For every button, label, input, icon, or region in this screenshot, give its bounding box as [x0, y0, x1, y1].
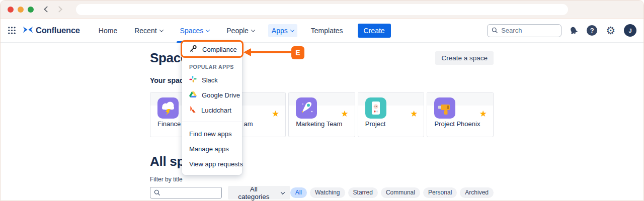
address-bar[interactable] [76, 4, 568, 15]
nav-home[interactable]: Home [90, 19, 126, 43]
close-window-button[interactable] [8, 7, 14, 13]
apps-dropdown-menu: Compliance POPULAR APPS Slack Google Dri… [182, 42, 242, 175]
space-card-label: Project [365, 120, 385, 128]
maximize-window-button[interactable] [28, 7, 34, 13]
user-avatar[interactable]: J [624, 24, 636, 37]
storm-cloud-icon [157, 97, 179, 119]
minimize-window-button[interactable] [18, 7, 24, 13]
confluence-logo-icon [23, 25, 33, 36]
chip-personal[interactable]: Personal [423, 187, 457, 198]
browser-chrome [1, 1, 643, 19]
nav-templates[interactable]: Templates [302, 19, 352, 43]
menu-item-slack[interactable]: Slack [182, 72, 242, 87]
star-icon[interactable]: ★ [341, 110, 349, 118]
settings-gear-icon[interactable]: ⚙ [606, 25, 615, 36]
star-icon[interactable]: ★ [479, 110, 487, 118]
navbar-actions: ? ⚙ J [569, 24, 636, 37]
primary-nav: Home Recent Spaces People Apps Templates [90, 19, 352, 43]
menu-item-compliance[interactable]: Compliance [182, 42, 242, 57]
rocket-icon [296, 97, 317, 119]
categories-dropdown[interactable]: All categories [228, 186, 290, 199]
create-button[interactable]: Create [358, 24, 391, 38]
menu-item-lucidchart[interactable]: Lucidchart [182, 103, 242, 118]
app-switcher-icon[interactable] [8, 26, 16, 35]
menu-item-google-drive[interactable]: Google Drive [182, 87, 242, 103]
annotation-arrow-line [251, 51, 291, 53]
space-card-label: Marketing Team [296, 120, 342, 128]
search-icon [492, 27, 498, 34]
chevron-down-icon [251, 28, 255, 32]
chip-all[interactable]: All [290, 187, 307, 198]
space-card-label: Project Phoenix [434, 120, 480, 128]
nav-spaces[interactable]: Spaces [172, 19, 218, 43]
brand-wordmark: Confluence [36, 26, 80, 35]
annotation-badge: E [291, 46, 304, 59]
phone-face-icon [365, 97, 386, 119]
menu-divider [182, 122, 242, 122]
help-icon[interactable]: ? [587, 25, 597, 36]
star-icon[interactable]: ★ [272, 110, 279, 118]
search-placeholder: Search [501, 27, 522, 34]
chip-archived[interactable]: Archived [460, 187, 494, 198]
notifications-bell-icon[interactable] [568, 25, 579, 36]
menu-item-find-new-apps[interactable]: Find new apps [182, 126, 242, 141]
space-card-project-phoenix[interactable]: ★ Project Phoenix [427, 92, 494, 137]
chevron-down-icon [206, 28, 210, 32]
space-card-label: am [244, 120, 253, 128]
menu-item-manage-apps[interactable]: Manage apps [182, 141, 242, 156]
space-card-project[interactable]: ★ Project [358, 92, 425, 137]
browser-forward-icon[interactable] [56, 6, 62, 13]
filter-title-input[interactable] [150, 187, 222, 198]
chip-communal[interactable]: Communal [381, 187, 420, 198]
chip-starred[interactable]: Starred [348, 187, 378, 198]
chip-watching[interactable]: Watching [310, 187, 345, 198]
nav-apps[interactable]: Apps [263, 19, 302, 43]
search-icon [154, 189, 160, 196]
slack-icon [189, 75, 197, 84]
create-space-button[interactable]: Create a space [435, 51, 494, 65]
nav-recent[interactable]: Recent [126, 19, 171, 43]
chevron-down-icon [281, 190, 285, 194]
search-input[interactable]: Search [487, 24, 561, 37]
top-navbar: Confluence Home Recent Spaces People App… [1, 19, 643, 43]
chevron-down-icon [159, 28, 163, 32]
browser-back-icon[interactable] [44, 6, 50, 13]
menu-item-view-app-requests[interactable]: View app requests [182, 156, 242, 171]
space-card-marketing-team[interactable]: ★ Marketing Team [288, 92, 355, 137]
star-icon[interactable]: ★ [410, 110, 418, 118]
chevron-down-icon [290, 28, 294, 32]
popular-apps-heading: POPULAR APPS [182, 61, 242, 72]
window-controls [8, 7, 34, 13]
drill-icon [434, 97, 455, 119]
annotation-arrowhead-icon [244, 48, 251, 56]
filter-by-title-label: Filter by title [150, 176, 494, 183]
lucidchart-icon [189, 106, 196, 115]
key-icon [189, 45, 197, 54]
app-window: Confluence Home Recent Spaces People App… [0, 0, 644, 201]
google-drive-icon [189, 91, 197, 99]
nav-people[interactable]: People [218, 19, 263, 43]
confluence-brand[interactable]: Confluence [23, 25, 80, 36]
filter-chips: All Watching Starred Communal Personal A… [290, 187, 494, 198]
